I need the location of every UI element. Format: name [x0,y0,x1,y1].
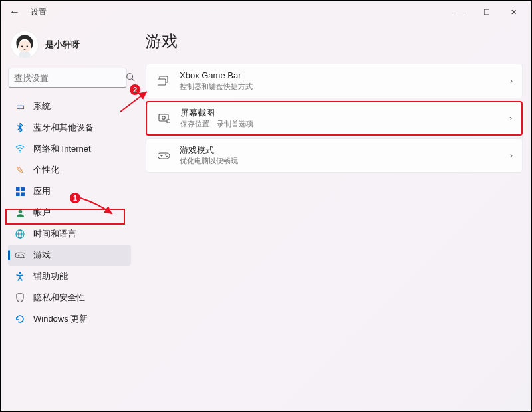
gamebar-icon [156,76,172,86]
svg-point-29 [165,154,166,155]
svg-rect-8 [21,187,25,191]
chevron-right-icon: › [509,114,512,123]
svg-point-6 [19,152,21,153]
sidebar-item-label: 蓝牙和其他设备 [33,122,94,134]
gamemode-icon [156,152,172,159]
main-panel: 游戏 Xbox Game Bar 控制器和键盘快捷方式 › [131,23,531,411]
card-title: 游戏模式 [180,145,510,156]
svg-point-30 [166,155,168,157]
sidebar-item-label: 游戏 [33,249,51,261]
maximize-button[interactable]: ☐ [473,3,500,21]
svg-point-1 [18,40,31,52]
sidebar-item-system[interactable]: ▭ 系统 [8,96,131,117]
nav-list: ▭ 系统 蓝牙和其他设备 网络和 Internet ✎ [8,96,131,330]
back-button[interactable]: ← [5,3,24,21]
sidebar-item-accessibility[interactable]: 辅助功能 [8,266,131,287]
svg-point-3 [26,46,28,48]
shield-icon [15,292,25,303]
capture-icon [156,114,172,123]
titlebar: ← 设置 — ☐ ✕ [1,1,531,23]
avatar [11,31,39,58]
sidebar-item-label: 个性化 [33,164,59,176]
svg-rect-25 [167,120,170,123]
window-title: 设置 [31,7,47,18]
card-game-mode[interactable]: 游戏模式 优化电脑以便畅玩 › [146,138,523,173]
bluetooth-icon [15,122,25,133]
card-title: 屏幕截图 [180,108,509,119]
card-xbox-game-bar[interactable]: Xbox Game Bar 控制器和键盘快捷方式 › [146,64,523,98]
sidebar-item-label: 辅助功能 [33,270,68,282]
sidebar-item-apps[interactable]: 应用 [8,181,131,202]
apps-icon [15,186,25,197]
svg-point-18 [21,254,23,255]
sidebar-item-bluetooth[interactable]: 蓝牙和其他设备 [8,117,131,138]
svg-point-11 [18,209,22,213]
sidebar-item-update[interactable]: Windows 更新 [8,308,131,330]
sidebar-item-label: 系统 [33,100,51,112]
sidebar-item-network[interactable]: 网络和 Internet [8,138,131,159]
sidebar-item-privacy[interactable]: 隐私和安全性 [8,287,131,308]
sidebar: 是小轩呀 ▭ 系统 蓝牙和其他设备 [1,23,131,411]
minimize-button[interactable]: — [447,3,473,21]
svg-rect-26 [158,153,170,159]
chevron-right-icon: › [510,151,513,160]
svg-point-19 [23,255,24,257]
card-title: Xbox Game Bar [180,70,510,82]
profile[interactable]: 是小轩呀 [8,28,131,68]
globe-icon [15,229,25,239]
sidebar-item-label: Windows 更新 [33,313,88,325]
sidebar-item-label: 隐私和安全性 [33,292,85,304]
svg-rect-10 [21,192,25,196]
accessibility-icon [15,271,25,282]
sidebar-item-label: 网络和 Internet [33,143,91,155]
update-icon [15,314,25,324]
game-icon [15,250,25,260]
system-icon: ▭ [15,101,25,112]
page-title: 游戏 [146,31,523,52]
brush-icon: ✎ [15,165,25,175]
svg-point-2 [21,46,23,48]
svg-rect-15 [15,253,25,258]
sidebar-item-label: 时间和语言 [33,228,76,240]
svg-rect-9 [16,192,20,196]
svg-rect-7 [16,187,20,191]
sidebar-item-label: 应用 [33,185,51,197]
search-input[interactable] [14,73,126,83]
sidebar-item-time-language[interactable]: 时间和语言 [8,223,131,245]
chevron-right-icon: › [510,76,513,86]
card-captures[interactable]: 屏幕截图 保存位置，录制首选项 › [146,101,523,136]
sidebar-item-personalization[interactable]: ✎ 个性化 [8,159,131,181]
card-subtitle: 优化电脑以便畅玩 [180,156,510,165]
card-subtitle: 保存位置，录制首选项 [180,119,509,128]
wifi-icon [15,144,25,154]
sidebar-item-accounts[interactable]: 帐户 [8,202,131,223]
sidebar-item-gaming[interactable]: 游戏 [8,245,131,266]
close-button[interactable]: ✕ [500,3,527,21]
svg-rect-22 [158,79,166,85]
card-subtitle: 控制器和键盘快捷方式 [180,82,510,91]
user-icon [15,207,25,218]
svg-point-20 [19,272,21,274]
search-box[interactable] [8,68,127,88]
svg-point-24 [162,116,166,120]
username: 是小轩呀 [45,39,80,51]
sidebar-item-label: 帐户 [33,207,51,219]
